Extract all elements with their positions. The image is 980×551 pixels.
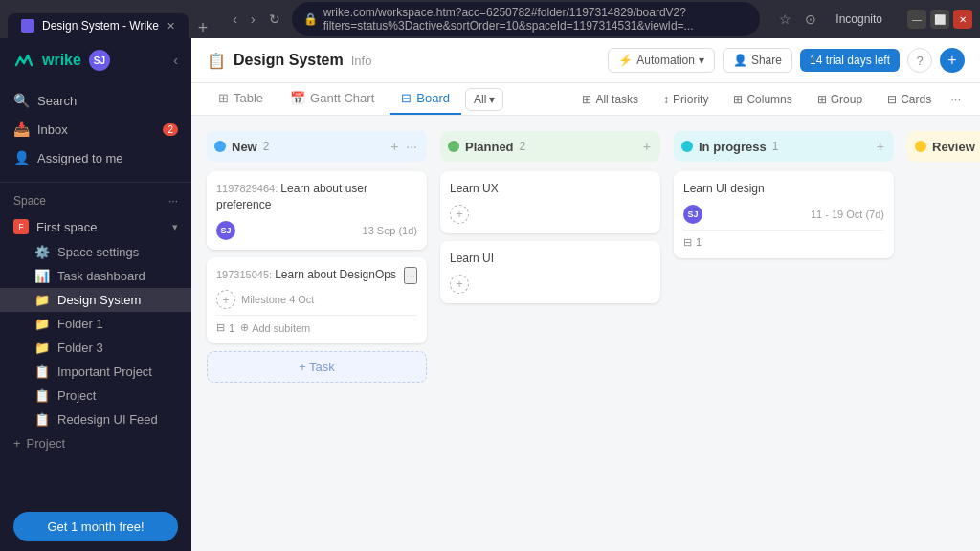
sidebar-item-task-dashboard[interactable]: 📊 Task dashboard [0,264,191,288]
close-button[interactable]: ✕ [953,10,972,29]
folder3-icon: 📁 [34,341,50,355]
settings-icon: ⚙️ [34,245,50,259]
address-bar[interactable]: 🔒 wrike.com/workspace.htm?acc=6250782#fo… [292,2,761,36]
column-planned-add-button[interactable]: + [641,137,653,156]
add-task-button[interactable]: + Task [207,351,427,383]
card-subitem-count: ⊟ 1 [216,321,234,334]
card-date: 13 Sep (1d) [363,225,417,236]
sidebar-add-project[interactable]: + Project [0,431,191,455]
assigned-label: Assigned to me [37,151,123,165]
cards-filter[interactable]: ⊟ Cards [878,88,941,111]
more-filters-button[interactable]: ··· [947,88,965,110]
tab-table[interactable]: ⊞ Table [207,83,275,115]
profile-icon[interactable]: ⊙ [801,10,820,29]
add-subitem-icon: ⊕ [240,321,249,334]
tab-gantt-label: Gantt Chart [310,91,374,105]
page-icon: 📋 [207,52,226,70]
column-new-more-button[interactable]: ··· [404,137,419,156]
design-system-label: Design System [57,293,141,307]
subitem-count: 1 [229,322,234,334]
columns-label: Columns [746,93,791,106]
card-top-row: 197315045: Learn about DesignOps ··· [216,267,417,291]
bookmark-icon[interactable]: ☆ [775,10,795,29]
add-subitem-button[interactable]: ⊕ Add subitem [240,321,310,334]
space-more-icon[interactable]: ··· [168,194,178,208]
sidebar-item-design-system[interactable]: 📁 Design System [0,288,191,312]
add-icon: + [13,436,21,451]
reload-button[interactable]: ↻ [265,10,284,29]
column-planned-header: Planned 2 + [440,131,660,162]
sidebar-item-space-settings[interactable]: ⚙️ Space settings [0,240,191,264]
milestone-label: Milestone 4 Oct [241,294,314,305]
card-learn-ui-design[interactable]: Learn UI design SJ 11 - 19 Oct (7d) ⊟ 1 [674,171,894,258]
back-button[interactable]: ‹ [229,10,241,29]
new-tab-button[interactable]: + [192,18,214,38]
automation-button[interactable]: ⚡ Automation ▾ [608,48,715,73]
columns-filter[interactable]: ⊞ Columns [724,88,801,111]
search-icon: 🔍 [13,93,30,108]
add-button[interactable]: + [940,48,965,73]
add-person-planned2-button[interactable]: + [450,275,469,294]
browser-chrome: Design System - Wrike ✕ + ‹ › ↻ 🔒 wrike.… [0,0,980,38]
board-area: New 2 + ··· 1197829464: Learn about user… [191,116,980,551]
column-inprogress-header: In progress 1 + [674,131,894,162]
column-planned: Planned 2 + Learn UX + Learn UI + [440,131,660,311]
share-icon: 👤 [733,54,747,67]
card-subitem-row: ⊟ 1 ⊕ Add subitem [216,315,417,334]
gantt-icon: 📅 [290,91,305,105]
cards-icon: ⊟ [887,93,897,106]
sidebar-collapse-button[interactable]: ‹ [173,53,178,68]
info-button[interactable]: Info [351,54,372,68]
all-tasks-filter[interactable]: ⊞ All tasks [572,88,648,111]
all-dropdown[interactable]: All ▾ [465,88,503,111]
sidebar-item-assigned[interactable]: 👤 Assigned to me [0,143,191,172]
card-more-button[interactable]: ··· [404,267,417,284]
tab-close-icon[interactable]: ✕ [167,20,175,33]
card-learn-designops[interactable]: 197315045: Learn about DesignOps ··· + M… [207,257,427,344]
add-project-label: Project [27,436,65,451]
card-footer: SJ 13 Sep (1d) [216,221,417,240]
sidebar-item-inbox[interactable]: 📥 Inbox 2 [0,115,191,143]
sidebar-item-folder3[interactable]: 📁 Folder 3 [0,336,191,360]
forward-button[interactable]: › [247,10,259,29]
space-color-icon: F [13,219,29,234]
sidebar-item-project[interactable]: 📋 Project [0,384,191,408]
sidebar-item-redesign[interactable]: 📋 Redesign UI Feed [0,408,191,431]
add-person-planned-button[interactable]: + [450,205,469,224]
tab-board[interactable]: ⊟ Board [390,83,461,115]
url-text: wrike.com/workspace.htm?acc=6250782#fold… [323,6,749,33]
group-filter[interactable]: ⊞ Group [808,88,872,111]
column-new-add-button[interactable]: + [389,137,400,156]
automation-icon: ⚡ [618,54,633,67]
minimize-button[interactable]: — [907,10,926,29]
sidebar-item-search[interactable]: 🔍 Search [0,86,191,115]
sidebar-item-folder1[interactable]: 📁 Folder 1 [0,312,191,336]
page-title: Design System [234,52,344,69]
sidebar-item-important-project[interactable]: 📋 Important Project [0,360,191,384]
cards-label: Cards [901,93,931,106]
project-label: Project [57,388,96,403]
add-subitem-label: Add subitem [252,322,310,334]
add-person-button[interactable]: + [216,290,235,309]
column-new-name: New [232,140,257,154]
help-button[interactable]: ? [907,48,932,73]
maximize-button[interactable]: ⬜ [930,10,949,29]
share-button[interactable]: 👤 Share [723,48,792,73]
column-inprogress-actions: + [875,137,886,156]
column-inprogress-add-button[interactable]: + [875,137,886,156]
tab-gantt[interactable]: 📅 Gantt Chart [278,83,386,115]
browser-tabs: Design System - Wrike ✕ + [8,0,213,38]
subitem-icon: ⊟ [216,321,225,334]
card-learn-user-preference[interactable]: 1197829464: Learn about user preference … [207,171,427,250]
card-learn-ui[interactable]: Learn UI + [440,241,660,303]
first-space-item[interactable]: F First space ▾ [0,213,191,240]
column-review-name: Review [932,140,975,154]
card-inprogress-subitem: ⊟ 1 [683,236,702,249]
card-inprogress-avatar: SJ [683,205,702,224]
card-learn-ux[interactable]: Learn UX + [440,171,660,233]
page-title-area: 📋 Design System Info [207,52,371,70]
active-tab[interactable]: Design System - Wrike ✕ [8,13,189,38]
priority-filter[interactable]: ↕ Priority [654,88,718,111]
get-month-button[interactable]: Get 1 month free! [13,512,178,541]
column-inprogress: In progress 1 + Learn UI design SJ 11 - … [674,131,894,266]
